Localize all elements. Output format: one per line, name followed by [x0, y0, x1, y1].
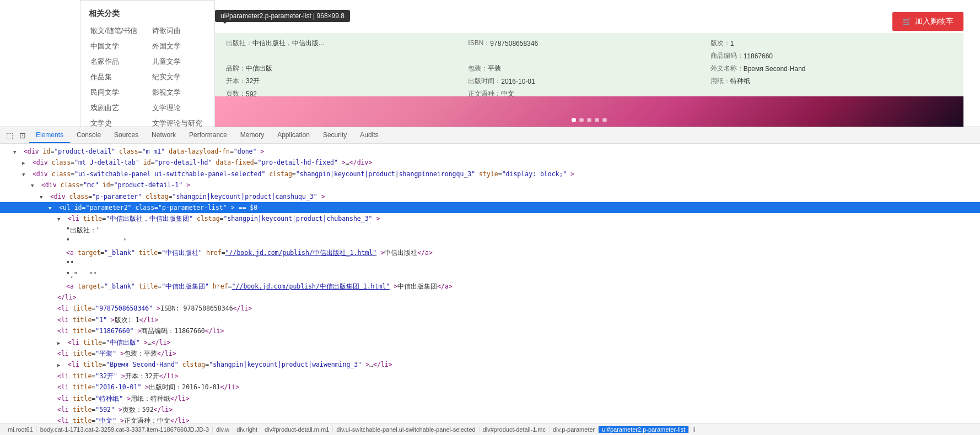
status-product-detail[interactable]: div#product-detail.m.m1	[261, 426, 333, 433]
tab-security[interactable]: Security	[316, 127, 353, 143]
banner-dots	[572, 118, 607, 122]
tab-elements[interactable]: Elements	[29, 127, 70, 143]
dom-line[interactable]: <li title="2016-10-01" >出版时间：2016-10-01<…	[0, 382, 980, 393]
info-brand: 品牌： 中信出版	[226, 64, 468, 73]
cat-item-1[interactable]: 散文/随笔/书信	[86, 23, 148, 39]
dom-line[interactable]: ▼ <li title="中信出版社，中信出版集团" clstag="shang…	[0, 213, 980, 224]
banner-dot-5[interactable]	[602, 118, 607, 122]
add-to-cart-button[interactable]: 🛒 加入购物车	[892, 12, 963, 31]
product-banner	[215, 96, 963, 127]
cat-item-10[interactable]: 影视文学	[148, 85, 209, 100]
status-p-parameter[interactable]: div.p-parameter	[550, 426, 599, 433]
tooltip-selector: ul#parameter2.p-parameter-list	[220, 12, 311, 20]
cat-item-8[interactable]: 纪实文学	[148, 69, 209, 85]
category-dropdown: 相关分类 散文/随笔/书信 诗歌词曲 中国文学 外国文学 名家作品 儿童文学 作…	[80, 0, 215, 127]
cat-item-2[interactable]: 诗歌词曲	[148, 23, 209, 39]
dom-line[interactable]: ""	[0, 258, 980, 269]
dom-line[interactable]: </li>	[0, 292, 980, 303]
dom-line[interactable]: <li title="9787508658346" >ISBN: 9787508…	[0, 303, 980, 314]
dom-line[interactable]: <a target="_blank" title="中信出版社" href="/…	[0, 247, 980, 258]
tab-audits[interactable]: Audits	[353, 127, 385, 143]
dom-panel[interactable]: ▼ <div id="product-detail" class="m m1" …	[0, 144, 980, 423]
info-product-code: 商品编码： 11867660	[710, 51, 952, 61]
product-info-table: 出版社： 中信出版社，中信出版... ISBN： 9787508658346 版…	[215, 33, 963, 104]
info-publisher: 出版社： 中信出版社，中信出版...	[226, 39, 468, 48]
dom-line[interactable]: ▼ <div class="mc" id="product-detail-1" …	[0, 180, 980, 191]
tooltip-dimensions: 968×99.8	[317, 12, 344, 20]
dom-line[interactable]: ▶ <li title="中信出版" >…</li>	[0, 337, 980, 348]
dom-line[interactable]: "出版社："	[0, 225, 980, 236]
dom-line[interactable]: ▼ <div class="p-parameter" clstag="shang…	[0, 191, 980, 202]
element-tooltip: ul#parameter2.p-parameter-list | 968×99.…	[215, 10, 350, 22]
info-packaging: 包装： 平装	[468, 64, 710, 73]
add-to-cart-label: 加入购物车	[915, 17, 954, 26]
page-area: 相关分类 散文/随笔/书信 诗歌词曲 中国文学 外国文学 名家作品 儿童文学 作…	[0, 0, 980, 127]
banner-dot-4[interactable]	[595, 118, 599, 122]
tab-performance[interactable]: Performance	[182, 127, 234, 143]
devtools-status-bar: mi.root61 body.cat-1-1713.cat-2-3259.cat…	[0, 423, 980, 435]
category-title: 相关分类	[80, 6, 214, 23]
dom-line[interactable]: ▶ <li title="Время Second-Hand" clstag="…	[0, 359, 980, 370]
devtools-tabs: Elements Console Sources Network Perform…	[29, 127, 385, 143]
tab-network[interactable]: Network	[145, 127, 182, 143]
cat-item-6[interactable]: 儿童文学	[148, 54, 209, 69]
dom-line[interactable]: <a target="_blank" title="中信出版集团" href="…	[0, 281, 980, 292]
tab-application[interactable]: Application	[271, 127, 316, 143]
category-grid: 散文/随笔/书信 诗歌词曲 中国文学 外国文学 名家作品 儿童文学 作品集 纪实…	[80, 23, 214, 127]
status-detail-1-mc[interactable]: div#product-detail-1.mc	[480, 426, 550, 433]
cart-icon: 🛒	[902, 17, 912, 26]
device-toolbar-icon[interactable]: ⊡	[16, 129, 29, 142]
devtools-panel: ⬚ ⊡ Elements Console Sources Network Per…	[0, 127, 980, 435]
tab-console[interactable]: Console	[70, 127, 107, 143]
banner-dot-2[interactable]	[579, 118, 584, 122]
cat-item-13[interactable]: 文学史	[86, 116, 148, 127]
devtools-toolbar: ⬚ ⊡ Elements Console Sources Network Per…	[0, 127, 980, 144]
cat-item-14[interactable]: 文学评论与研究	[148, 116, 209, 127]
info-isbn: ISBN： 9787508658346	[468, 39, 710, 48]
dom-line[interactable]: <li title="中文" >正文语种：中文</li>	[0, 415, 980, 423]
cat-item-7[interactable]: 作品集	[86, 69, 148, 85]
dom-line[interactable]: ▼ <div class="ui-switchable-panel ui-swi…	[0, 168, 980, 180]
inspect-icon[interactable]: ⬚	[3, 129, 16, 142]
dom-line-selected[interactable]: ▼ <ul id="parameter2" class="p-parameter…	[0, 202, 980, 213]
cat-item-12[interactable]: 文学理论	[148, 100, 209, 116]
dom-line[interactable]: "," ""	[0, 269, 980, 280]
tab-sources[interactable]: Sources	[107, 127, 145, 143]
dom-line[interactable]: <li title="592" >页数：592</li>	[0, 404, 980, 415]
info-format: 开本： 32开	[226, 77, 468, 86]
info-foreign-name: 外文名称： Время Second-Hand	[710, 64, 952, 73]
cat-item-5[interactable]: 名家作品	[86, 54, 148, 69]
status-switchable-panel[interactable]: div.ui-switchable-panel.ui-switchable-pa…	[333, 426, 479, 433]
info-edition: 版次： 1	[710, 39, 952, 48]
info-paper: 用纸： 特种纸	[710, 77, 952, 86]
status-div-right[interactable]: div.right	[233, 426, 261, 433]
dom-line[interactable]: <li title="32开" >开本：32开</li>	[0, 371, 980, 382]
dom-line[interactable]: <li title="特种纸" >用纸：特种纸</li>	[0, 393, 980, 404]
cat-item-11[interactable]: 戏剧曲艺	[86, 100, 148, 116]
cat-item-3[interactable]: 中国文学	[86, 39, 148, 54]
status-body[interactable]: body.cat-1-1713.cat-2-3259.cat-3-3337.it…	[37, 426, 213, 433]
cat-item-9[interactable]: 民间文学	[86, 85, 148, 100]
info-publish-date: 出版时间： 2016-10-01	[468, 77, 710, 86]
status-parameter-list[interactable]: ul#parameter2.p-parameter-list	[599, 426, 689, 433]
status-div-w[interactable]: div.w	[213, 426, 233, 433]
tab-memory[interactable]: Memory	[234, 127, 271, 143]
dom-line[interactable]: <li title="11867660" >商品编码：11867660</li>	[0, 325, 980, 336]
dom-line[interactable]: ▼ <div id="product-detail" class="m m1" …	[0, 146, 980, 157]
banner-dot-3[interactable]	[587, 118, 591, 122]
dom-line[interactable]: <li title="1" >版次: 1</li>	[0, 314, 980, 325]
dom-line[interactable]: <li title="平装" >包装：平装</li>	[0, 348, 980, 359]
status-ii[interactable]: ii	[689, 426, 698, 433]
dom-line[interactable]: ▶ <div class="mt J-detail-tab" id="pro-d…	[0, 157, 980, 168]
status-mi-root[interactable]: mi.root61	[4, 426, 37, 433]
banner-dot-1[interactable]	[572, 118, 576, 122]
cat-item-4[interactable]: 外国文学	[148, 39, 209, 54]
dom-line[interactable]: " "	[0, 236, 980, 247]
